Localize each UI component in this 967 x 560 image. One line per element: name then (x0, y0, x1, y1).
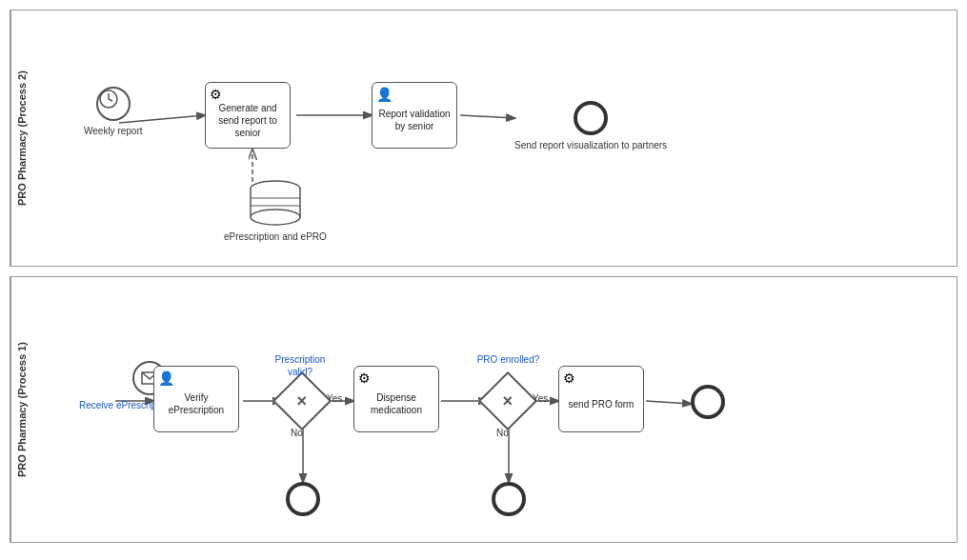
svg-line-19 (646, 401, 691, 404)
gear3-icon: ⚙ (563, 370, 575, 386)
person2-icon: 👤 (158, 370, 174, 386)
pool2-arrows (31, 10, 957, 266)
generate-task-box: ⚙ Generate and send report to senior (205, 82, 291, 149)
send-pro-task-label: send PRO form (569, 398, 635, 410)
verify-task-label: Verify ePrescription (158, 391, 234, 416)
prescription-valid-label: Prescription valid? (262, 353, 338, 378)
validation-task-label: Report validation by senior (376, 108, 453, 132)
end-event-main (691, 385, 725, 419)
no-label2: No (496, 428, 509, 438)
diagram-container: PRO Pharmacy (Process 2) (0, 0, 967, 560)
end-event-invalid (286, 482, 320, 516)
start-event-circle (96, 87, 131, 121)
generate-task-label: Generate and send report to senior (210, 102, 286, 139)
pool-process2: PRO Pharmacy (Process 2) (10, 10, 957, 267)
end-event-not-enrolled-circle (492, 482, 526, 516)
end-event-report: Send report visualization to partners (514, 101, 667, 151)
person-icon: 👤 (376, 87, 393, 102)
gateway-pro: × PRO enrolled? Yes No (487, 380, 529, 422)
end-event-circle (574, 101, 608, 135)
gateway2-shape: × (478, 371, 537, 430)
send-pro-task: ⚙ send PRO form (558, 366, 644, 432)
gateway2-diamond: × (487, 380, 529, 422)
verify-task: 👤 Verify ePrescription (153, 366, 239, 432)
dispense-task-label: Dispense medicatioon (358, 391, 434, 416)
end-event-not-enrolled (492, 482, 526, 516)
end-event-main-circle (691, 385, 725, 419)
gateway-shape: × (272, 371, 332, 430)
yes-label2: Yes (533, 393, 548, 404)
data-store: ePrescription and ePRO (224, 177, 327, 243)
gateway-prescription: × Prescription valid? Yes No (281, 380, 323, 422)
no-label1: No (291, 428, 303, 438)
x-icon: × (297, 390, 308, 410)
weekly-report-label: Weekly report (84, 125, 143, 137)
validation-task: 👤 Report validation by senior (372, 82, 457, 149)
svg-point-11 (251, 210, 300, 225)
dispense-task: ⚙ Dispense medicatioon (353, 366, 439, 432)
svg-line-6 (109, 99, 112, 101)
dispense-task-box: ⚙ Dispense medicatioon (353, 366, 439, 432)
generate-task: ⚙ Generate and send report to senior (205, 82, 291, 149)
end-event-invalid-circle (286, 482, 320, 516)
gateway-diamond: × (281, 380, 323, 422)
gear2-icon: ⚙ (358, 370, 371, 386)
pool-process1: PRO Pharmacy (Process 1) (10, 276, 957, 543)
verify-task-box: 👤 Verify ePrescription (153, 366, 239, 432)
svg-line-2 (460, 115, 514, 118)
pool1-label: PRO Pharmacy (Process 1) (10, 277, 31, 542)
clock-icon (98, 89, 119, 110)
start-event-weekly: Weekly report (84, 87, 143, 137)
pro-enrolled-label: PRO enrolled? (473, 353, 544, 366)
send-pro-task-box: ⚙ send PRO form (558, 366, 644, 432)
yes-label1: Yes (327, 393, 342, 404)
pool1-content: Receive ePrescription form/sheet 👤 Verif… (31, 277, 957, 542)
gear-icon: ⚙ (210, 87, 222, 102)
pool2-content: Weekly report ⚙ Generate and send report… (31, 10, 957, 266)
validation-task-box: 👤 Report validation by senior (372, 82, 457, 149)
data-store-icon (247, 177, 304, 227)
send-report-label: Send report visualization to partners (514, 139, 667, 151)
pool2-label: PRO Pharmacy (Process 2) (10, 10, 31, 266)
eprescription-label: ePrescription and ePRO (224, 230, 327, 243)
x2-icon: × (503, 390, 514, 410)
